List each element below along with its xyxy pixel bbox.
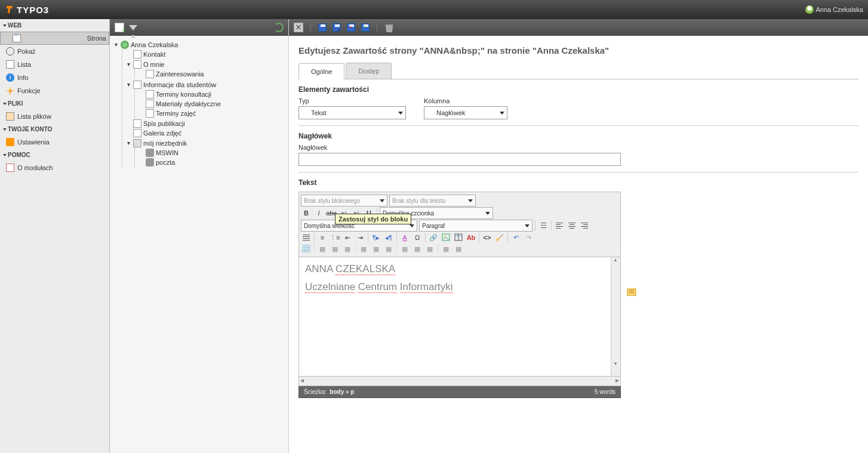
tree-item-info-studentow[interactable]: ▾Informacje dla studentów: [125, 80, 286, 90]
nav-item-lista[interactable]: Lista: [0, 58, 109, 71]
bold-icon[interactable]: B: [301, 208, 312, 218]
page-icon: [146, 100, 154, 108]
source-icon[interactable]: <>: [482, 232, 493, 243]
tree-root[interactable]: ▾Anna Czekalska: [112, 40, 286, 50]
page-icon: [133, 81, 141, 89]
page-icon: [133, 119, 141, 128]
input-naglowek[interactable]: [298, 153, 621, 166]
select-typ[interactable]: Tekst: [298, 106, 406, 119]
tree-item-terminy-konsultacji[interactable]: Terminy konsultacji: [137, 90, 286, 99]
nav-item-o-modulach[interactable]: O modułach: [0, 161, 109, 174]
nav-group-konto[interactable]: TWOJE KONTO: [0, 123, 109, 135]
col-delete-icon: ▦: [424, 244, 435, 254]
tree-item-materialy[interactable]: Materiały dydaktyczne: [137, 99, 286, 109]
content-toolbar: [289, 19, 868, 36]
find-replace-icon[interactable]: Ab: [466, 232, 476, 243]
rte-format[interactable]: Paragraf: [419, 220, 533, 232]
tree-item-zainteresowania[interactable]: Zainteresowania: [137, 69, 286, 79]
redo-icon[interactable]: ↷: [523, 232, 534, 243]
svg-rect-9: [568, 226, 575, 227]
nav-item-funkcje[interactable]: Funkcje: [0, 84, 109, 97]
svg-rect-16: [303, 236, 310, 237]
rtl-icon[interactable]: ◂¶: [383, 232, 394, 243]
page-title: Edytujesz Zawartość strony "ANNA&nbsp;" …: [298, 45, 858, 56]
refresh-icon[interactable]: [274, 23, 284, 32]
page-tree-panel: ▾Anna Czekalska Kontakt ▾O mnie Zaintere…: [110, 19, 289, 453]
text-color-icon[interactable]: A: [399, 232, 410, 243]
svg-rect-3: [556, 223, 563, 223]
new-page-icon[interactable]: [115, 23, 124, 32]
tab-dostep[interactable]: Dostęp: [346, 63, 392, 79]
content-area: Edytujesz Zawartość strony "ANNA&nbsp;" …: [289, 19, 868, 453]
chevron-down-icon: [398, 112, 403, 115]
nav-group-pomoc[interactable]: POMOC: [0, 149, 109, 161]
align-center-icon[interactable]: [567, 220, 577, 231]
svg-rect-24: [303, 245, 310, 252]
save-close-icon[interactable]: [347, 23, 355, 32]
indent-icon[interactable]: ⇥: [355, 232, 365, 243]
nav-item-lista-plikow[interactable]: Lista plików: [0, 110, 109, 123]
tree-item-niezbednik[interactable]: ▾mój niezbędnik: [125, 138, 286, 148]
module-menu: WEB Strona Pokaż Lista iInfo Funkcje PLI…: [0, 19, 110, 453]
vertical-scrollbar[interactable]: [611, 257, 620, 376]
nav-item-ustawienia[interactable]: Ustawienia: [0, 135, 109, 149]
chevron-down-icon: [485, 212, 490, 215]
outdent-icon[interactable]: ⇤: [342, 232, 353, 243]
cell-split-icon: ▦: [441, 244, 451, 254]
tree-item-mswin[interactable]: MSWIN: [137, 148, 286, 158]
delete-icon[interactable]: [384, 23, 394, 32]
tab-ogolne[interactable]: Ogólne: [298, 63, 344, 79]
tree-item-kontakt[interactable]: Kontakt: [125, 50, 286, 59]
rte-text-style[interactable]: Brak stylu dla tekstu: [389, 195, 476, 207]
nav-item-info[interactable]: iInfo: [0, 71, 109, 84]
save-view-icon[interactable]: [333, 23, 341, 32]
nav-item-pokaz[interactable]: Pokaż: [0, 45, 109, 58]
col-after-icon: ▦: [412, 244, 423, 254]
tooltip: Zastosuj styl do bloku: [335, 214, 411, 224]
remove-format-icon[interactable]: 🧹: [494, 232, 505, 243]
toggle-rte-icon[interactable]: [627, 287, 638, 298]
unordered-list-icon[interactable]: ⋮≡: [330, 232, 340, 243]
link-icon[interactable]: 🔗: [428, 232, 439, 243]
close-icon[interactable]: [294, 23, 303, 32]
logo: TYPO3: [5, 5, 49, 15]
undo-icon[interactable]: ↶: [510, 232, 521, 243]
user-menu[interactable]: Anna Czekalska: [805, 5, 864, 14]
horizontal-scrollbar[interactable]: [298, 377, 621, 386]
ltr-icon[interactable]: ¶▸: [371, 232, 381, 243]
svg-rect-1: [541, 225, 546, 226]
filter-icon[interactable]: [129, 25, 137, 30]
table-props-icon: ▦: [317, 244, 328, 254]
tree-item-terminy-zajec[interactable]: Terminy zajęć: [137, 109, 286, 118]
brand-text: TYPO3: [17, 5, 49, 15]
italic-icon[interactable]: I: [313, 208, 324, 218]
about-icon: [6, 164, 14, 172]
nav-item-strona[interactable]: Strona: [0, 32, 109, 45]
chevron-down-icon: [500, 112, 504, 115]
label-naglowek: Nagłówek: [298, 144, 858, 151]
table-insert-icon[interactable]: [301, 244, 312, 254]
table-icon[interactable]: [453, 232, 464, 243]
page-icon: [13, 34, 21, 42]
nav-group-pliki[interactable]: PLIKI: [0, 97, 109, 110]
tree-item-spis[interactable]: Spis publikacji: [125, 119, 286, 128]
select-kolumna[interactable]: Nagłówek: [424, 106, 507, 119]
align-justify-icon[interactable]: [301, 232, 312, 243]
tree-item-omnie[interactable]: ▾O mnie: [125, 60, 286, 69]
save-new-icon[interactable]: [361, 23, 370, 32]
nav-group-web[interactable]: WEB: [0, 19, 109, 32]
ordered-list-icon[interactable]: ≡: [317, 232, 328, 243]
special-char-icon[interactable]: Ω: [412, 232, 423, 243]
section-title-elementy: Elementy zawartości: [298, 85, 858, 94]
tree-item-galeria[interactable]: Galeria zdjęć: [125, 128, 286, 138]
tree-item-poczta[interactable]: poczta: [137, 158, 286, 167]
align-left-icon[interactable]: [554, 220, 565, 231]
functions-icon: [6, 87, 14, 95]
svg-rect-15: [303, 235, 310, 235]
image-icon[interactable]: [441, 232, 451, 243]
numbered-list-icon[interactable]: [538, 220, 549, 231]
align-right-icon[interactable]: [579, 220, 590, 231]
rte-editor[interactable]: ANNA CZEKALSKA Uczelniane Centrum Inform…: [298, 257, 621, 377]
rte-block-style[interactable]: Brak stylu blokowego: [301, 195, 387, 207]
save-icon[interactable]: [318, 23, 327, 32]
